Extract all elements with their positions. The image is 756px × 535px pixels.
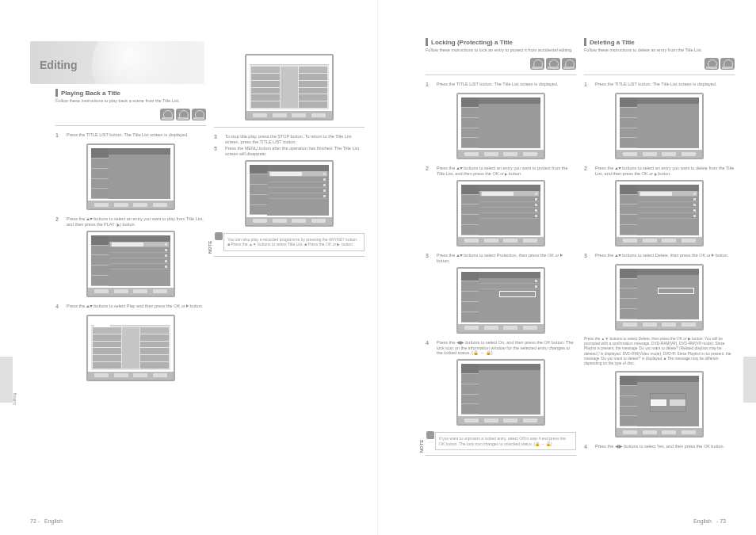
right-icon — [186, 304, 189, 308]
disc-badges-delete — [584, 58, 735, 70]
screenshot-c1 — [456, 93, 545, 159]
note-label-c: NOTE — [419, 440, 424, 453]
badge-dvdrw — [176, 109, 190, 120]
badge-dvdrw — [720, 58, 735, 70]
note-label: NOTE — [208, 240, 212, 254]
badge-dvdrw — [546, 58, 560, 70]
confirm-dialog — [650, 393, 686, 412]
c-step4: Press the ◀▶ buttons to select On, and t… — [437, 340, 576, 357]
d-step1: Press the TITLE LIST button. The Title L… — [595, 82, 735, 90]
divider — [214, 256, 365, 257]
step-2-num: 2 — [55, 216, 63, 224]
page-label-left: English — [44, 518, 63, 524]
divider — [426, 75, 576, 75]
step-2: Press the buttons to select an entry you… — [67, 216, 206, 227]
right-icon — [655, 173, 657, 176]
step-4-num: 4 — [55, 304, 63, 311]
d-step3: Press the buttons to select Delete, then… — [595, 253, 735, 261]
screenshot-d1 — [615, 93, 704, 159]
side-tab-right: Editing — [743, 357, 756, 403]
side-tab-label: Editing — [12, 357, 17, 405]
screenshot-title-list-2 — [86, 231, 175, 297]
header-banner: Editing — [30, 41, 204, 84]
right-icon — [505, 173, 507, 176]
down-icon — [618, 167, 621, 170]
highlight-box — [499, 291, 536, 297]
delete-desc: Follow these instructions to delete an e… — [584, 48, 735, 53]
down-icon — [90, 218, 93, 220]
divider — [55, 125, 206, 126]
divider — [214, 127, 365, 128]
divider — [426, 455, 576, 456]
d-step1-num: 1 — [584, 82, 592, 90]
badge-dvdr — [562, 58, 576, 70]
right-icon — [712, 254, 714, 257]
d-step2: Press the buttons to select an entry you… — [595, 166, 735, 177]
screenshot-d3 — [615, 264, 704, 331]
screenshot-title-list-1 — [86, 143, 175, 210]
page-label-right: English — [693, 518, 712, 524]
screenshot-c3 — [456, 267, 545, 334]
c-step2-num: 2 — [426, 166, 433, 174]
section-title-playback: Playing Back a Title — [55, 89, 206, 97]
down-icon — [618, 254, 621, 257]
page-number-right: - 73 — [716, 518, 726, 524]
side-tab-left: Editing — [0, 357, 13, 403]
step-1-num: 1 — [55, 132, 63, 140]
d-step3-cont: Press the ▲▼ buttons to select Delete, t… — [584, 337, 735, 366]
note-box-protect: NOTE If you want to unprotect a locked e… — [435, 432, 576, 450]
screenshot-title-list-3 — [245, 160, 334, 227]
d-step2-num: 2 — [584, 166, 592, 174]
step-4: Press the buttons to select Play and the… — [67, 304, 206, 311]
protect-desc: Follow these instructions to lock an ent… — [426, 48, 576, 53]
c-step3: Press the buttons to select Protection, … — [437, 253, 576, 264]
down-icon — [90, 305, 93, 308]
c-step4-num: 4 — [426, 340, 433, 348]
divider — [584, 75, 735, 75]
header-title: Editing — [40, 59, 77, 71]
disc-badges — [55, 109, 206, 120]
c-step2: Press the buttons to select an entry you… — [437, 166, 576, 177]
screenshot-cal-2 — [245, 54, 334, 120]
screenshot-c2 — [456, 180, 545, 246]
section-title-delete: Deleting a Title — [584, 38, 735, 46]
d-step4: Press the ◀▶ buttons to select Yes, and … — [595, 444, 735, 452]
screenshot-d4 — [615, 371, 704, 438]
note-box-playback: NOTE You can also play a recorded progra… — [223, 233, 365, 251]
down-icon — [460, 254, 463, 257]
step-5-num: 5 — [214, 146, 222, 154]
screenshot-d2 — [615, 180, 704, 246]
d-step4-num: 4 — [584, 444, 592, 452]
badge-dvdr — [192, 109, 206, 120]
badge-dvdram — [160, 109, 174, 120]
c-step1: Press the TITLE LIST button. The Title L… — [437, 82, 576, 90]
note-text: You can also play a recorded programme b… — [227, 237, 361, 247]
screenshot-cal-1 — [86, 315, 175, 381]
section-title-protect: Locking (Protecting) a Title — [426, 38, 576, 46]
down-icon — [460, 167, 463, 170]
right-icon — [560, 254, 563, 257]
screenshot-c4 — [456, 359, 545, 426]
step-3-num: 3 — [214, 134, 222, 142]
playback-desc: Follow these instructions to play back a… — [55, 98, 206, 104]
disc-badges-protect — [426, 58, 576, 70]
step-1: Press the TITLE LIST button. The Title L… — [67, 132, 206, 140]
badge-dvdram — [530, 58, 544, 70]
c-step1-num: 1 — [426, 82, 433, 90]
dialog-yes-button[interactable] — [651, 399, 666, 406]
step-3: To stop title play, press the STOP butto… — [225, 134, 365, 145]
page-number-left: 72 - — [30, 518, 40, 524]
dialog-no-button[interactable] — [670, 399, 685, 406]
badge-dvdram — [704, 58, 719, 70]
highlight-box — [658, 288, 694, 294]
play-icon — [117, 224, 120, 227]
c-step3-num: 3 — [426, 253, 433, 261]
step-5: Press the MENU button after the operatio… — [225, 146, 365, 157]
d-step3-num: 3 — [584, 253, 592, 261]
note-text-c: If you want to unprotect a locked entry,… — [439, 436, 572, 446]
